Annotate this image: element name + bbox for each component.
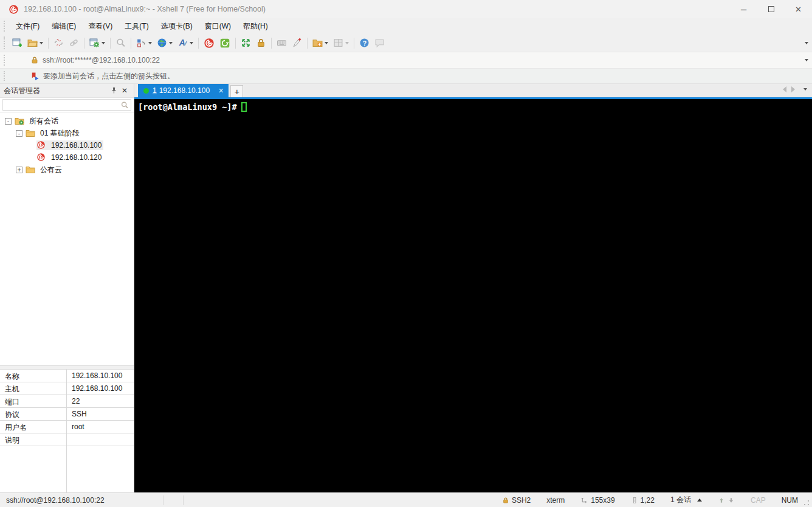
status-connection-url: ssh://root@192.168.10.100:22 xyxy=(0,496,163,505)
notice-text: 要添加当前会话，点击左侧的箭头按钮。 xyxy=(43,71,174,81)
tab-scroll-left-icon[interactable] xyxy=(783,86,786,92)
tree-item-label: 公有云 xyxy=(38,164,64,176)
tree-item-session-120[interactable]: 192.168.10.120 xyxy=(0,151,134,164)
status-encryption[interactable]: SSH2 xyxy=(502,496,531,505)
fullscreen-button[interactable] xyxy=(239,36,253,50)
disconnect-button xyxy=(52,36,66,50)
address-url[interactable]: ssh://root:******@192.168.10.100:22 xyxy=(43,56,801,64)
session-properties-button[interactable] xyxy=(88,36,107,50)
layout-dropdown xyxy=(345,42,349,44)
status-terminal-type[interactable]: xterm xyxy=(546,496,565,505)
collapse-icon[interactable]: - xyxy=(16,130,22,137)
compose-bar-button[interactable] xyxy=(134,36,154,50)
search-icon[interactable] xyxy=(120,99,131,111)
address-bar[interactable]: ssh://root:******@192.168.10.100:22 xyxy=(0,52,812,69)
maximize-button[interactable] xyxy=(757,0,785,18)
close-button[interactable]: ✕ xyxy=(785,0,812,18)
property-value xyxy=(67,433,134,446)
session-properties-dropdown[interactable] xyxy=(102,42,105,44)
menu-item-tools[interactable]: 工具(T) xyxy=(119,19,154,34)
property-value: 192.168.10.100 xyxy=(67,370,134,382)
property-key: 用户名 xyxy=(0,421,67,433)
open-session-dropdown[interactable] xyxy=(40,42,43,44)
tab-session-active[interactable]: 1 192.168.10.100 ✕ xyxy=(138,84,229,97)
session-icon xyxy=(36,140,46,150)
session-list-up-icon xyxy=(697,498,702,502)
tree-item-label: 01 基础阶段 xyxy=(38,128,81,139)
property-value: 192.168.10.100 xyxy=(67,382,134,395)
window-title: 192.168.10.100 - root@AlmaLinux9:~ - Xsh… xyxy=(24,5,730,13)
new-file-folder-dropdown[interactable] xyxy=(325,42,328,44)
menu-item-view[interactable]: 查看(V) xyxy=(82,19,119,34)
infobar-grip[interactable] xyxy=(4,71,7,81)
menu-item-file[interactable]: 文件(F) xyxy=(10,19,46,34)
session-properties-table: 名称192.168.10.100主机192.168.10.100端口22协议SS… xyxy=(0,370,134,492)
resize-grip[interactable] xyxy=(803,499,810,506)
xshell-button[interactable] xyxy=(202,36,216,50)
font-dropdown[interactable] xyxy=(190,42,193,44)
property-row: 名称192.168.10.100 xyxy=(0,370,134,382)
session-search-input[interactable] xyxy=(2,99,120,111)
property-key: 主机 xyxy=(0,382,67,395)
menu-item-edit[interactable]: 编辑(E) xyxy=(46,19,82,34)
ssh-lock-icon xyxy=(502,497,509,504)
web-browser-dropdown[interactable] xyxy=(169,42,173,44)
xftp-button[interactable] xyxy=(218,36,232,50)
tree-item-public-cloud[interactable]: +公有云 xyxy=(0,164,134,176)
property-value: 22 xyxy=(67,395,134,407)
svg-text:?: ? xyxy=(363,40,366,47)
tree-item-session-100[interactable]: 192.168.10.100 xyxy=(0,139,134,151)
transfer-arrows[interactable] xyxy=(718,497,735,504)
folder-icon xyxy=(26,165,35,174)
address-dropdown-button[interactable] xyxy=(805,59,808,61)
tab-close-icon[interactable]: ✕ xyxy=(218,87,224,95)
addressbar-grip[interactable] xyxy=(4,55,7,66)
sidebar-splitter[interactable] xyxy=(0,365,134,370)
property-key: 端口 xyxy=(0,395,67,407)
tab-bar: 1 192.168.10.100 ✕ + xyxy=(134,84,812,97)
minimize-button[interactable]: ─ xyxy=(730,0,757,18)
pin-icon[interactable] xyxy=(108,85,119,96)
tab-index: 1 xyxy=(153,86,157,95)
menu-item-help[interactable]: 帮助(H) xyxy=(237,19,274,34)
compose-bar-dropdown[interactable] xyxy=(148,42,152,44)
status-caps-lock: CAP xyxy=(751,496,766,505)
new-tab-button[interactable]: + xyxy=(230,85,243,97)
toolbar: A ? xyxy=(0,34,812,52)
tree-item-label: 192.168.10.100 xyxy=(49,140,103,150)
toolbar-overflow-button[interactable] xyxy=(805,42,808,44)
menubar-grip[interactable] xyxy=(4,21,7,32)
collapse-icon[interactable]: - xyxy=(5,118,12,125)
lock-screen-button[interactable] xyxy=(254,36,268,50)
tab-label: 192.168.10.100 xyxy=(159,86,210,95)
web-browser-button[interactable] xyxy=(155,36,174,50)
address-lock-icon xyxy=(30,56,39,64)
status-cursor-position[interactable]: 1,22 xyxy=(631,496,655,505)
open-session-button[interactable] xyxy=(26,36,45,50)
property-row: 说明 xyxy=(0,433,134,446)
session-manager-title: 会话管理器 xyxy=(4,86,108,96)
tree-item-all-sessions[interactable]: -所有会话 xyxy=(0,115,134,127)
highlight-pen-button[interactable] xyxy=(290,36,304,50)
bookmark-arrow-icon xyxy=(30,72,40,81)
tab-scroll-right-icon[interactable] xyxy=(791,86,795,92)
menu-item-window[interactable]: 窗口(W) xyxy=(199,19,237,34)
new-file-folder-button[interactable] xyxy=(311,36,330,50)
tab-list-dropdown[interactable] xyxy=(803,88,807,91)
help-button[interactable]: ? xyxy=(357,36,371,50)
expand-icon[interactable]: + xyxy=(16,167,22,173)
status-terminal-size[interactable]: 155x39 xyxy=(580,496,614,505)
property-value: root xyxy=(67,421,134,433)
property-row: 协议SSH xyxy=(0,408,134,421)
new-session-button[interactable] xyxy=(10,36,24,50)
status-session-count[interactable]: 1 会话 xyxy=(670,495,702,505)
font-button[interactable]: A xyxy=(176,36,195,50)
terminal-screen[interactable]: [root@AlmaLinux9 ~]# xyxy=(134,99,812,492)
tree-item-group-01-base[interactable]: -01 基础阶段 xyxy=(0,127,134,139)
download-arrow-icon xyxy=(728,497,735,504)
toolbar-grip[interactable] xyxy=(4,36,7,49)
session-icon xyxy=(36,153,46,162)
panel-close-icon[interactable]: ✕ xyxy=(119,85,130,96)
menu-item-tab[interactable]: 选项卡(B) xyxy=(155,19,199,34)
upload-arrow-icon xyxy=(718,497,725,504)
